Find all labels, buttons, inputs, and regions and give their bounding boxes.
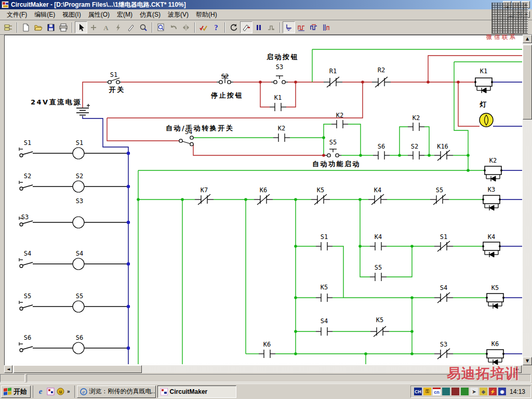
media-icon[interactable]: u: [56, 388, 64, 396]
component-label: S4: [76, 250, 83, 257]
wire[interactable]: [332, 246, 343, 298]
save-file-icon: [47, 23, 55, 32]
circuitmaker-icon[interactable]: [46, 388, 55, 396]
flash-icon[interactable]: ⚡: [489, 388, 497, 395]
component-label: 启动按钮: [266, 53, 299, 61]
component-label: S3: [76, 197, 83, 205]
toolbar-separator: [280, 22, 281, 33]
window-title: CircuitMaker - [D:\Program Files\...\1继电…: [11, 1, 186, 9]
toolbar: A?: [0, 20, 532, 35]
digital-parts-button[interactable]: [2, 21, 15, 33]
menu-item-2[interactable]: 视图(I): [59, 9, 84, 20]
component-label: S2: [411, 143, 418, 150]
task-button-browser[interactable]: e 浏览：刚传的仿真既电...: [77, 385, 156, 398]
system-tray: CH ⚿ cn ➤ ◆ ⚡ ◉ 14:13: [410, 385, 531, 398]
task-button-circuitmaker[interactable]: CircuitMaker: [157, 385, 236, 398]
download-icon[interactable]: ◆: [480, 388, 487, 395]
new-file-button[interactable]: [20, 21, 32, 33]
pointer-icon[interactable]: ➤: [470, 388, 478, 395]
component-label: S3: [21, 214, 29, 221]
svg-text:?: ?: [215, 24, 218, 32]
wire[interactable]: [286, 82, 296, 107]
wire[interactable]: [458, 82, 480, 126]
wire[interactable]: [193, 144, 325, 155]
menu-bar: 文件(F)编辑(E)视图(I)属性(O)宏(M)仿真(S)波形(V)帮助(H) …: [0, 9, 532, 20]
wire[interactable]: [360, 246, 370, 277]
cursor-tool-button[interactable]: [75, 21, 87, 33]
delete-tool-button[interactable]: [112, 21, 125, 33]
component-label: 开关: [109, 86, 125, 94]
shield-icon[interactable]: [461, 388, 469, 395]
scope-bus-button[interactable]: [320, 21, 332, 33]
wire[interactable]: [387, 246, 412, 277]
language-indicator[interactable]: CH: [414, 388, 422, 395]
reset-simulation-button[interactable]: [228, 21, 240, 33]
schematic-canvas[interactable]: 启动按钮S3S1开关S2停止按钮24V直流电源K1R1R2K1灯自动/手动转换开…: [4, 35, 523, 365]
mirror-button[interactable]: [180, 21, 192, 33]
wire[interactable]: [83, 82, 107, 108]
menu-item-5[interactable]: 仿真(S): [136, 9, 164, 20]
toolbar-separator: [194, 22, 195, 33]
wire[interactable]: [454, 62, 468, 155]
save-file-button[interactable]: [45, 21, 57, 33]
junction-dot: [294, 330, 297, 333]
junction-dot: [294, 352, 297, 355]
simulation-options-button[interactable]: [197, 21, 210, 33]
step-simulation-button[interactable]: [265, 21, 277, 33]
menu-item-6[interactable]: 波形(V): [164, 9, 192, 20]
pause-simulation-button[interactable]: [252, 21, 265, 33]
junction-dot: [294, 296, 297, 299]
component-label: S1: [76, 139, 83, 147]
vertical-scroll-thumb[interactable]: [523, 45, 532, 119]
modem-icon[interactable]: [442, 388, 450, 395]
probe-tool-button[interactable]: [125, 21, 137, 33]
component-label: S1: [440, 233, 447, 241]
windows-logo-icon: [4, 388, 12, 396]
component-label: R2: [378, 66, 385, 74]
wire[interactable]: [424, 127, 429, 155]
menu-item-3[interactable]: 属性(O): [85, 9, 113, 20]
component-label: S4: [321, 317, 328, 325]
component-label: K6: [263, 341, 271, 348]
zoom-tool-button[interactable]: [137, 21, 150, 33]
ime-chinese-icon[interactable]: cn: [433, 388, 441, 395]
open-file-button[interactable]: [32, 21, 45, 33]
wire-tool-button[interactable]: [87, 21, 100, 33]
start-button[interactable]: 开始: [1, 385, 31, 398]
scroll-left-button[interactable]: ◄: [4, 365, 12, 373]
lock-icon[interactable]: ⚿: [423, 388, 431, 395]
wire[interactable]: [260, 82, 270, 107]
horizontal-scroll-thumb[interactable]: [14, 365, 142, 373]
component-label: K6: [260, 187, 267, 194]
text-tool-button[interactable]: A: [100, 21, 112, 33]
print-button[interactable]: [57, 21, 70, 33]
menu-item-4[interactable]: 宏(M): [113, 9, 136, 20]
help-button[interactable]: ?: [210, 21, 222, 33]
scope-dc-button[interactable]: [283, 21, 295, 33]
ie-icon[interactable]: e: [36, 388, 45, 396]
chevron-more-icon[interactable]: »: [66, 389, 71, 394]
menu-item-1[interactable]: 编辑(E): [31, 9, 59, 20]
step-simulation-icon: [267, 23, 275, 32]
wire[interactable]: [400, 127, 408, 155]
component-label: S3: [440, 341, 447, 348]
run-analysis-button[interactable]: [240, 21, 252, 33]
player-icon[interactable]: ◉: [498, 388, 506, 395]
wire[interactable]: [107, 82, 363, 118]
antivirus-icon[interactable]: [451, 388, 459, 395]
wire[interactable]: [348, 124, 361, 155]
scope-transient-button[interactable]: [295, 21, 308, 33]
junction-dot: [137, 198, 140, 201]
simulation-options-icon: [200, 23, 208, 32]
toolbar-separator: [224, 22, 225, 33]
zoom-window-button[interactable]: [155, 21, 167, 33]
rotate-button[interactable]: [167, 21, 180, 33]
scope-digital-button[interactable]: [308, 21, 320, 33]
menu-item-0[interactable]: 文件(F): [3, 9, 31, 20]
wire-tool-icon: [89, 23, 98, 32]
desktop: CircuitMaker - [D:\Program Files\...\1继电…: [0, 0, 532, 399]
menu-item-7[interactable]: 帮助(H): [192, 9, 221, 20]
component-label: K2: [278, 125, 285, 132]
component-label: K3: [488, 186, 495, 193]
toolbar-separator: [152, 22, 153, 33]
